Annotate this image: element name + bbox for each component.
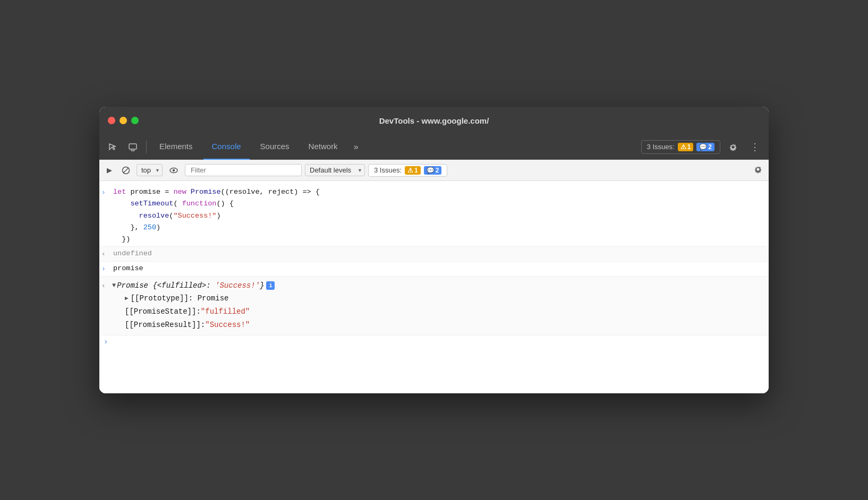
block-icon (122, 166, 130, 175)
play-icon: ▶ (107, 166, 112, 174)
tab-sources[interactable]: Sources (252, 134, 298, 160)
cursor-chevron-icon[interactable]: › (104, 338, 108, 346)
console-output-undefined: ‹ undefined (99, 247, 769, 262)
more-tabs-button[interactable]: » (348, 139, 364, 155)
promise-result-line: [[PromiseResult]]: "Success!" (99, 318, 250, 332)
gear-icon (729, 143, 737, 151)
console-warning-icon: ⚠ (407, 167, 413, 174)
maximize-button[interactable] (131, 117, 139, 124)
levels-selector[interactable]: Default levels (305, 164, 365, 176)
promise-input: promise (113, 263, 143, 274)
promise-state-value: "fulfilled" (201, 306, 250, 318)
promise-result-value: "Success!" (205, 319, 250, 331)
kebab-icon: ⋮ (750, 141, 760, 153)
settings-button[interactable] (725, 140, 742, 154)
tab-elements[interactable]: Elements (151, 134, 201, 160)
console-input-line-1: › let promise = new Promise((resolve, re… (99, 185, 769, 247)
console-warning-badge: ⚠ 1 (405, 166, 421, 175)
device-toolbar-button[interactable] (124, 139, 142, 155)
console-gear-icon (754, 165, 762, 174)
promise-arrow[interactable]: ‹ (101, 281, 110, 292)
undefined-value: undefined (113, 248, 152, 260)
context-selector-wrap: top (137, 164, 163, 176)
prototype-key: [[Prototype]]: Promise (131, 292, 229, 305)
issues-label: 3 Issues: (647, 143, 675, 151)
traffic-lights (108, 117, 139, 124)
toolbar-right: 3 Issues: ⚠ 1 💬 2 ⋮ (641, 138, 764, 156)
execute-button[interactable]: ▶ (104, 164, 115, 176)
console-output: › let promise = new Promise((resolve, re… (99, 181, 769, 393)
promise-result-key: [[PromiseResult]]: (125, 319, 205, 331)
window-title: DevTools - www.google.com/ (379, 116, 489, 125)
output-arrow-1: ‹ (101, 249, 110, 260)
console-issues-label: 3 Issues: (374, 166, 402, 174)
info-badge: 💬 2 (696, 143, 714, 151)
minimize-button[interactable] (120, 117, 127, 124)
close-button[interactable] (108, 117, 115, 124)
issues-badge[interactable]: 3 Issues: ⚠ 1 💬 2 (641, 140, 720, 154)
promise-info-icon[interactable]: i (266, 281, 275, 290)
prototype-expand-icon[interactable]: ▶ (125, 294, 129, 303)
input-arrow-1[interactable]: › (101, 187, 110, 199)
tab-network[interactable]: Network (300, 134, 346, 160)
console-promise-line: ‹ ▼ Promise {<fulfilled>: 'Success!'} i … (99, 277, 769, 335)
prototype-line: ▶ [[Prototype]]: Promise (99, 292, 228, 305)
eye-icon (169, 166, 178, 175)
promise-collapse-icon[interactable]: ▼ (112, 281, 116, 291)
warning-badge: ⚠ 1 (678, 143, 694, 151)
console-chat-icon: 💬 (427, 167, 435, 174)
eye-button[interactable] (166, 164, 182, 177)
console-settings-button[interactable] (752, 163, 764, 178)
inspect-element-button[interactable] (104, 139, 122, 155)
promise-state-line: [[PromiseState]]: "fulfilled" (99, 305, 250, 318)
promise-object-label: Promise {<fulfilled>: 'Success!'} (117, 280, 264, 291)
warning-icon: ⚠ (680, 143, 686, 151)
console-toolbar: ▶ top Default levels 3 Issues: (99, 160, 769, 181)
console-issues-badge[interactable]: 3 Issues: ⚠ 1 💬 2 (368, 164, 447, 177)
filter-input[interactable] (185, 164, 302, 176)
chat-icon: 💬 (699, 143, 707, 151)
tab-bar: Elements Console Sources Network » 3 Iss… (99, 134, 769, 160)
console-input[interactable] (111, 338, 764, 346)
tab-divider (146, 141, 147, 153)
levels-selector-wrap: Default levels (305, 164, 365, 176)
tab-console[interactable]: Console (203, 134, 250, 160)
code-input-1: let promise = new Promise((resolve, reje… (113, 186, 764, 245)
titlebar: DevTools - www.google.com/ (99, 107, 769, 134)
context-selector[interactable]: top (137, 164, 163, 176)
svg-line-4 (123, 168, 129, 173)
svg-rect-0 (129, 144, 137, 149)
devtools-window: DevTools - www.google.com/ Elements Cons… (99, 107, 769, 393)
console-info-badge: 💬 2 (424, 166, 442, 175)
console-cursor-line: › (99, 335, 769, 348)
more-options-button[interactable]: ⋮ (746, 138, 764, 156)
promise-state-key: [[PromiseState]]: (125, 306, 201, 318)
input-arrow-2[interactable]: › (101, 264, 110, 275)
console-input-line-2: › promise (99, 262, 769, 277)
clear-button[interactable] (118, 164, 133, 177)
svg-point-6 (173, 169, 175, 171)
